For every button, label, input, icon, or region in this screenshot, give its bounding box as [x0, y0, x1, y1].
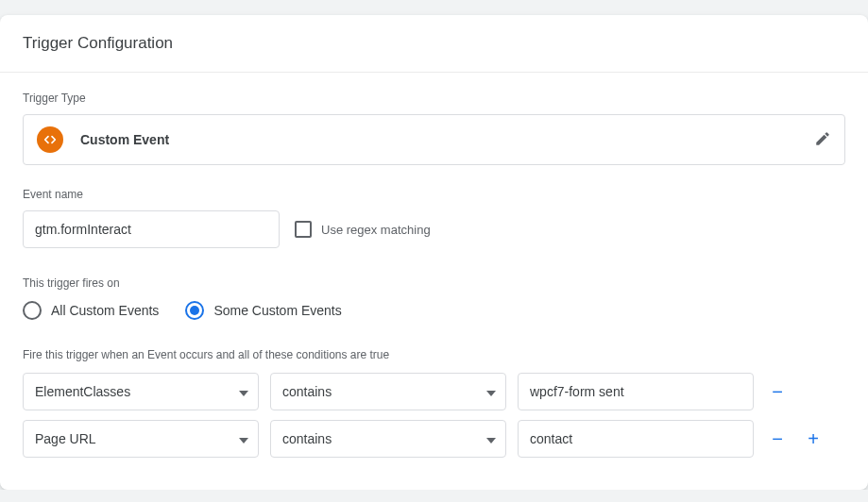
card-body: Trigger Type Custom Event Event name Use…	[0, 73, 868, 490]
fires-on-label: This trigger fires on	[23, 276, 845, 290]
condition-value-input[interactable]	[518, 373, 754, 410]
remove-condition-button[interactable]: −	[765, 427, 790, 451]
radio-all-custom-events[interactable]: All Custom Events	[23, 301, 159, 320]
fires-on-radio-group: All Custom Events Some Custom Events	[23, 301, 845, 320]
condition-variable-select[interactable]: ElementClasses	[23, 373, 259, 410]
conditions-list: ElementClasses contains −	[23, 373, 845, 458]
conditions-label: Fire this trigger when an Event occurs a…	[23, 348, 845, 361]
select-value: contains	[282, 431, 332, 446]
condition-row: ElementClasses contains −	[23, 373, 845, 410]
regex-checkbox-label: Use regex matching	[321, 223, 431, 237]
checkbox-icon	[295, 221, 312, 238]
add-condition-button[interactable]: +	[801, 427, 825, 451]
chevron-down-icon	[486, 431, 496, 446]
card-title: Trigger Configuration	[0, 15, 868, 73]
code-icon	[37, 126, 63, 153]
trigger-type-label: Trigger Type	[23, 92, 845, 105]
regex-checkbox[interactable]: Use regex matching	[295, 221, 431, 238]
condition-value-input[interactable]	[518, 420, 754, 458]
radio-icon	[185, 301, 204, 320]
radio-label: All Custom Events	[51, 303, 159, 318]
edit-icon[interactable]	[814, 130, 831, 150]
select-value: Page URL	[35, 431, 96, 446]
condition-variable-select[interactable]: Page URL	[23, 420, 259, 458]
condition-row: Page URL contains − +	[23, 420, 845, 458]
select-value: ElementClasses	[35, 384, 130, 399]
chevron-down-icon	[486, 384, 496, 399]
trigger-config-card: Trigger Configuration Trigger Type Custo…	[0, 15, 868, 490]
select-value: contains	[282, 384, 332, 399]
radio-some-custom-events[interactable]: Some Custom Events	[185, 301, 341, 320]
chevron-down-icon	[239, 431, 248, 446]
event-name-input[interactable]	[23, 210, 280, 248]
trigger-type-row[interactable]: Custom Event	[23, 114, 845, 165]
remove-condition-button[interactable]: −	[765, 379, 790, 404]
condition-operator-select[interactable]: contains	[270, 373, 506, 410]
trigger-type-value: Custom Event	[80, 132, 814, 147]
chevron-down-icon	[239, 384, 248, 399]
condition-operator-select[interactable]: contains	[270, 420, 506, 458]
event-name-label: Event name	[23, 188, 845, 201]
radio-label: Some Custom Events	[213, 303, 341, 318]
radio-icon	[23, 301, 42, 320]
